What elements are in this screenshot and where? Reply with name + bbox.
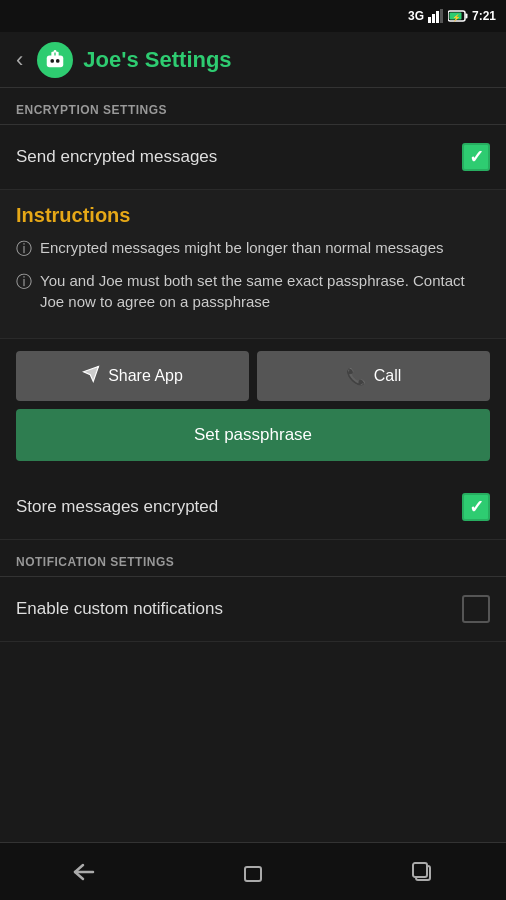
instruction-item-1: ⓘ You and Joe must both set the same exa… — [16, 270, 490, 312]
svg-rect-3 — [440, 9, 443, 23]
svg-point-9 — [51, 59, 55, 63]
nav-back-icon — [73, 863, 95, 881]
instruction-item-0: ⓘ Encrypted messages might be longer tha… — [16, 237, 490, 260]
custom-notifications-checkbox[interactable] — [462, 595, 490, 623]
send-encrypted-label: Send encrypted messages — [16, 147, 217, 167]
send-encrypted-checkbox[interactable]: ✓ — [462, 143, 490, 171]
set-passphrase-label: Set passphrase — [194, 425, 312, 444]
phone-icon: 📞 — [346, 367, 366, 386]
main-content: ENCRYPTION SETTINGS Send encrypted messa… — [0, 88, 506, 642]
nav-home-button[interactable] — [223, 852, 283, 892]
store-encrypted-item[interactable]: Store messages encrypted ✓ — [0, 475, 506, 540]
send-encrypted-item[interactable]: Send encrypted messages ✓ — [0, 125, 506, 190]
svg-marker-15 — [84, 367, 99, 382]
store-encrypted-label: Store messages encrypted — [16, 497, 218, 517]
instruction-text-0: Encrypted messages might be longer than … — [40, 237, 444, 258]
bottom-nav — [0, 842, 506, 900]
svg-point-10 — [56, 59, 60, 63]
robot-icon — [44, 49, 66, 71]
status-bar: 3G ⚡ 7:21 — [0, 0, 506, 32]
svg-rect-5 — [465, 14, 467, 19]
share-app-label: Share App — [108, 367, 183, 385]
nav-recent-icon — [411, 861, 433, 883]
instructions-box: Instructions ⓘ Encrypted messages might … — [0, 190, 506, 339]
share-icon — [82, 365, 100, 387]
status-icons: 3G ⚡ 7:21 — [408, 9, 496, 23]
svg-rect-2 — [436, 11, 439, 23]
checkmark-icon: ✓ — [469, 146, 484, 168]
call-button[interactable]: 📞 Call — [257, 351, 490, 401]
action-buttons-row: Share App 📞 Call — [16, 351, 490, 401]
custom-notifications-item[interactable]: Enable custom notifications — [0, 577, 506, 642]
encryption-section-header: ENCRYPTION SETTINGS — [0, 88, 506, 125]
time-label: 7:21 — [472, 9, 496, 23]
nav-back-button[interactable] — [54, 852, 114, 892]
network-label: 3G — [408, 9, 424, 23]
svg-rect-0 — [428, 17, 431, 23]
nav-recent-button[interactable] — [392, 852, 452, 892]
notification-section-header: NOTIFICATION SETTINGS — [0, 540, 506, 577]
store-checkmark-icon: ✓ — [469, 496, 484, 518]
instruction-text-1: You and Joe must both set the same exact… — [40, 270, 490, 312]
info-icon-0: ⓘ — [16, 238, 32, 260]
app-icon — [37, 42, 73, 78]
page-title: Joe's Settings — [83, 47, 231, 73]
send-icon — [82, 365, 100, 383]
instructions-title: Instructions — [16, 204, 490, 227]
svg-rect-1 — [432, 14, 435, 23]
signal-icon — [428, 9, 444, 23]
set-passphrase-button[interactable]: Set passphrase — [16, 409, 490, 461]
call-label: Call — [374, 367, 402, 385]
nav-home-icon — [242, 861, 264, 883]
back-button[interactable]: ‹ — [12, 43, 27, 77]
svg-point-13 — [54, 49, 57, 52]
svg-text:⚡: ⚡ — [452, 13, 461, 22]
info-icon-1: ⓘ — [16, 271, 32, 293]
share-app-button[interactable]: Share App — [16, 351, 249, 401]
encryption-label: ENCRYPTION SETTINGS — [16, 103, 167, 117]
svg-rect-17 — [245, 867, 261, 881]
store-encrypted-checkbox[interactable]: ✓ — [462, 493, 490, 521]
battery-icon: ⚡ — [448, 10, 468, 22]
notification-label: NOTIFICATION SETTINGS — [16, 555, 174, 569]
custom-notifications-label: Enable custom notifications — [16, 599, 223, 619]
app-header: ‹ Joe's Settings — [0, 32, 506, 88]
svg-rect-8 — [47, 55, 64, 67]
svg-rect-19 — [413, 863, 427, 877]
